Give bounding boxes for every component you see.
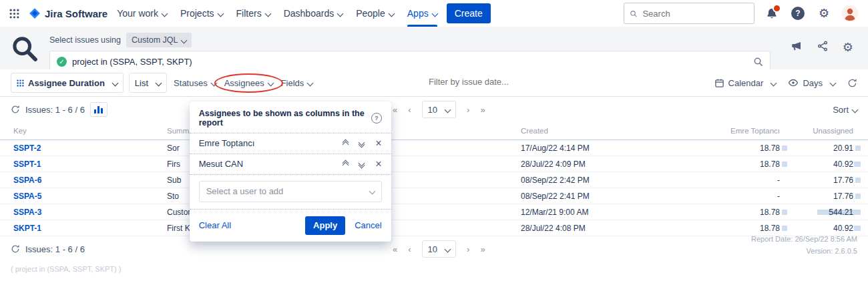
bar-chart-icon	[94, 109, 96, 113]
duration-unassigned: 20.91	[788, 144, 861, 153]
page-size-select[interactable]: 10	[422, 240, 456, 258]
move-to-bottom-icon[interactable]	[359, 139, 364, 148]
remove-assignee-icon[interactable]: ×	[375, 138, 381, 149]
notifications-button[interactable]	[763, 5, 781, 22]
search-input[interactable]	[641, 8, 748, 19]
report-settings-icon[interactable]: ⚙	[843, 41, 853, 53]
help-button[interactable]: ?	[789, 5, 807, 22]
nav-item[interactable]: Your work	[117, 0, 167, 27]
issues-count: Issues: 1 - 6 / 6	[25, 105, 85, 115]
issue-created: 28/Jul/22 4:09 PM	[521, 160, 708, 169]
first-page-icon[interactable]: «	[393, 244, 397, 254]
jira-logo[interactable]: Jira Software	[29, 7, 107, 19]
app-switcher-icon[interactable]	[9, 9, 19, 19]
remove-assignee-icon[interactable]: ×	[375, 159, 381, 170]
issue-key-link[interactable]: SSPT-1	[13, 160, 41, 169]
nav-item[interactable]: Filters	[236, 0, 270, 27]
report-type-button[interactable]: Assignee Duration	[11, 73, 124, 93]
first-page-icon[interactable]: «	[393, 105, 397, 115]
issue-date-filter-input[interactable]	[427, 76, 577, 87]
page-size-value: 10	[428, 105, 437, 115]
popup-footer: Clear All Apply Cancel	[190, 210, 391, 242]
page-size-select[interactable]: 10	[422, 101, 456, 118]
share-icon[interactable]	[817, 41, 828, 54]
refresh-icon	[11, 244, 20, 254]
next-page-icon[interactable]: ›	[467, 105, 469, 115]
days-label: Days	[803, 78, 823, 88]
report-date: Report Date: 26/Sep/22 8:56 AM	[751, 234, 857, 246]
query-section: Select issues using Custom JQL ✓ project…	[0, 27, 868, 69]
sort-button[interactable]: Sort	[833, 105, 857, 115]
report-version: Version: 2.6.0.5	[751, 246, 857, 258]
last-page-icon[interactable]: »	[480, 244, 485, 254]
duration-bar	[782, 146, 787, 151]
chevron-down-icon	[181, 37, 188, 43]
chevron-down-icon	[852, 106, 859, 113]
table-row: SSPT-2 Sor 17/Aug/22 4:14 PM 18.78 20.91	[0, 140, 868, 156]
statuses-button[interactable]: Statuses	[172, 78, 218, 88]
chevron-down-icon	[337, 10, 344, 17]
issue-key-link[interactable]: SSPA-3	[13, 208, 41, 217]
last-page-icon[interactable]: »	[480, 105, 485, 115]
refresh-icon	[847, 78, 857, 88]
clear-all-link[interactable]: Clear All	[199, 220, 231, 230]
chevron-down-icon	[267, 79, 274, 86]
header-unassigned: Unassigned	[788, 127, 861, 135]
issue-key-link[interactable]: SKPT-1	[13, 224, 41, 233]
popup-help-icon[interactable]: ?	[371, 113, 382, 123]
chevron-down-icon	[162, 10, 168, 17]
assignee-controls: ×	[343, 138, 381, 149]
create-button[interactable]: Create	[447, 3, 491, 23]
prev-page-icon[interactable]: ‹	[408, 244, 411, 254]
issue-key-link[interactable]: SSPT-2	[13, 144, 41, 153]
nav-item[interactable]: Projects	[180, 0, 223, 27]
chart-view-button[interactable]	[90, 102, 107, 117]
notification-badge	[773, 4, 781, 13]
assignee-row: Emre Toptancı ×	[190, 133, 391, 154]
issue-key-link[interactable]: SSPA-5	[13, 192, 41, 201]
query-mode-button[interactable]: Custom JQL	[126, 33, 192, 47]
move-to-top-icon[interactable]	[343, 160, 348, 169]
table-row: SSPA-5 Sto 08/Sep/22 2:41 PM - 17.76	[0, 188, 868, 204]
duration-bar	[855, 178, 861, 183]
move-to-top-icon[interactable]	[343, 139, 348, 148]
fields-button[interactable]: Fields	[280, 78, 314, 88]
duration-assignee-1: 18.78	[708, 208, 788, 217]
nav-item[interactable]: Apps	[407, 0, 437, 27]
chevron-down-icon	[771, 79, 777, 86]
refresh-issues-button[interactable]	[11, 105, 20, 114]
jql-search-icon[interactable]	[753, 57, 763, 67]
toolbar-right: Calendar Days	[714, 77, 857, 88]
nav-item[interactable]: Dashboards	[284, 0, 343, 27]
header-assignee-1: Emre Toptancı	[708, 127, 788, 135]
duration-bar	[855, 194, 861, 199]
issues-bar-bottom: Issues: 1 - 6 / 6 « ‹ 10 › »	[0, 236, 868, 262]
days-button[interactable]: Days	[788, 77, 835, 88]
refresh-issues-button[interactable]	[11, 244, 20, 254]
avatar	[841, 5, 859, 22]
chevron-down-icon	[112, 79, 118, 86]
move-to-bottom-icon[interactable]	[359, 160, 364, 169]
next-page-icon[interactable]: ›	[467, 244, 469, 254]
add-user-select[interactable]: Select a user to add	[199, 181, 382, 202]
nav-item[interactable]: People	[356, 0, 394, 27]
calendar-label: Calendar	[728, 78, 764, 88]
issue-key-link[interactable]: SSPA-6	[13, 176, 41, 185]
nav-item-label: Apps	[407, 8, 429, 19]
table-header: Key Summary Created Emre Toptancı Unassi…	[0, 122, 868, 140]
prev-page-icon[interactable]: ‹	[408, 105, 411, 115]
sync-button[interactable]	[847, 78, 857, 88]
profile-button[interactable]	[841, 5, 859, 22]
table-row: SSPA-6 Sub 08/Sep/22 2:42 PM - 17.76	[0, 172, 868, 188]
report-meta: Report Date: 26/Sep/22 8:56 AM Version: …	[751, 234, 857, 257]
duration-unassigned: 544.21	[788, 208, 861, 217]
apply-button[interactable]: Apply	[305, 216, 345, 235]
settings-button[interactable]: ⚙	[815, 5, 833, 22]
assignees-button[interactable]: Assignees	[223, 78, 274, 88]
cancel-link[interactable]: Cancel	[355, 220, 381, 230]
announcement-icon[interactable]	[791, 40, 803, 55]
view-type-button[interactable]: List	[129, 73, 167, 93]
global-search[interactable]	[624, 3, 754, 24]
calendar-button[interactable]: Calendar	[714, 78, 777, 88]
assignee-name: Emre Toptancı	[199, 138, 255, 148]
